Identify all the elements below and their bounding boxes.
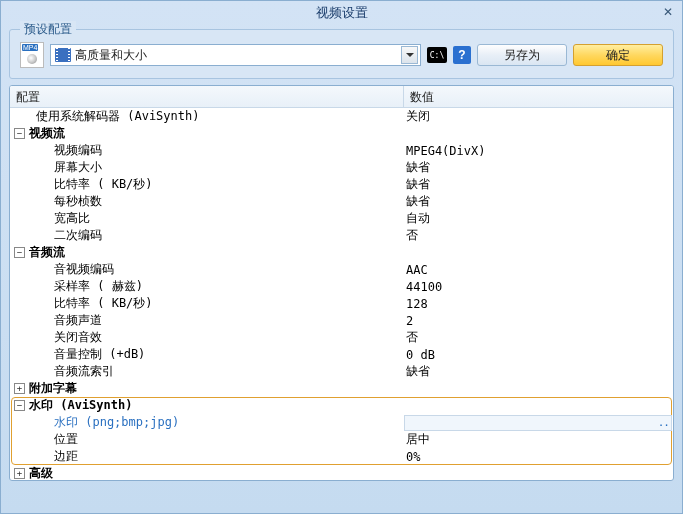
row-value[interactable]: MPEG4(DivX) [404, 144, 673, 158]
row-value[interactable]: 缺省 [404, 193, 673, 210]
row-label: 音视频编码 [10, 261, 404, 278]
row-label: −音频流 [10, 244, 404, 261]
row-value[interactable]: 2 [404, 314, 673, 328]
tree-item[interactable]: 水印 (png;bmp;jpg).. [10, 414, 673, 431]
column-header-value[interactable]: 数值 [404, 86, 673, 107]
row-label: 宽高比 [10, 210, 404, 227]
row-label: −视频流 [10, 125, 404, 142]
tree-item[interactable]: 宽高比自动 [10, 210, 673, 227]
close-icon[interactable]: ✕ [660, 5, 676, 19]
row-label: 边距 [10, 448, 404, 465]
preset-group: 预设配置 高质量和大小 C:\ ? 另存为 确定 [9, 29, 674, 79]
config-panel: 配置 数值 使用系统解码器 (AviSynth)关闭−视频流视频编码MPEG4(… [9, 85, 674, 481]
film-icon [55, 48, 71, 62]
tree-group[interactable]: −音频流 [10, 244, 673, 261]
browse-button[interactable]: .. [658, 416, 669, 429]
row-label: +高级 [10, 465, 404, 480]
row-value[interactable]: 自动 [404, 210, 673, 227]
preset-select[interactable]: 高质量和大小 [50, 44, 421, 66]
tree-item[interactable]: 音视频编码AAC [10, 261, 673, 278]
tree-group[interactable]: +附加字幕 [10, 380, 673, 397]
row-value[interactable]: 否 [404, 227, 673, 244]
row-label: 比特率 ( KB/秒) [10, 295, 404, 312]
row-label: 使用系统解码器 (AviSynth) [10, 108, 404, 125]
row-label: 音频流索引 [10, 363, 404, 380]
chevron-down-icon[interactable] [401, 46, 418, 64]
row-label: 屏幕大小 [10, 159, 404, 176]
row-value[interactable]: 128 [404, 297, 673, 311]
tree-item[interactable]: 使用系统解码器 (AviSynth)关闭 [10, 108, 673, 125]
preset-legend: 预设配置 [20, 21, 76, 38]
row-label: 比特率 ( KB/秒) [10, 176, 404, 193]
row-value[interactable]: 缺省 [404, 363, 673, 380]
tree-item[interactable]: 音频流索引缺省 [10, 363, 673, 380]
tree-item[interactable]: 屏幕大小缺省 [10, 159, 673, 176]
row-label: 二次编码 [10, 227, 404, 244]
row-label: 关闭音效 [10, 329, 404, 346]
collapse-icon[interactable]: − [14, 400, 25, 411]
expand-icon[interactable]: + [14, 383, 25, 394]
row-value[interactable]: 0 dB [404, 348, 673, 362]
mp4-icon [20, 42, 44, 68]
row-value[interactable]: 关闭 [404, 108, 673, 125]
tree-item[interactable]: 每秒桢数缺省 [10, 193, 673, 210]
tree-group[interactable]: −视频流 [10, 125, 673, 142]
row-label: −水印 (AviSynth) [10, 397, 404, 414]
row-label: 音频声道 [10, 312, 404, 329]
row-label: 采样率 ( 赫兹) [10, 278, 404, 295]
column-header-name[interactable]: 配置 [10, 86, 404, 107]
row-label: 每秒桢数 [10, 193, 404, 210]
expand-icon[interactable]: + [14, 468, 25, 479]
save-as-button[interactable]: 另存为 [477, 44, 567, 66]
tree-item[interactable]: 音量控制 (+dB)0 dB [10, 346, 673, 363]
help-icon[interactable]: ? [453, 46, 471, 64]
row-value[interactable]: 缺省 [404, 159, 673, 176]
window-title: 视频设置 [316, 4, 368, 22]
row-value[interactable]: 0% [404, 450, 673, 464]
ok-button[interactable]: 确定 [573, 44, 663, 66]
commandline-icon[interactable]: C:\ [427, 47, 447, 63]
config-header: 配置 数值 [10, 86, 673, 108]
collapse-icon[interactable]: − [14, 247, 25, 258]
tree-item[interactable]: 音频声道2 [10, 312, 673, 329]
tree-item[interactable]: 二次编码否 [10, 227, 673, 244]
row-label: 水印 (png;bmp;jpg) [10, 414, 404, 431]
tree-item[interactable]: 比特率 ( KB/秒)128 [10, 295, 673, 312]
tree-item[interactable]: 位置居中 [10, 431, 673, 448]
tree-item[interactable]: 视频编码MPEG4(DivX) [10, 142, 673, 159]
video-settings-window: 视频设置 ✕ 预设配置 高质量和大小 C:\ ? 另存为 确定 配置 数值 使用… [0, 0, 683, 514]
row-value[interactable]: 否 [404, 329, 673, 346]
tree-item[interactable]: 关闭音效否 [10, 329, 673, 346]
preset-select-text: 高质量和大小 [75, 47, 401, 64]
row-value[interactable]: AAC [404, 263, 673, 277]
row-value[interactable]: 缺省 [404, 176, 673, 193]
row-label: 视频编码 [10, 142, 404, 159]
row-value[interactable]: .. [404, 415, 672, 431]
row-label: +附加字幕 [10, 380, 404, 397]
collapse-icon[interactable]: − [14, 128, 25, 139]
tree-group[interactable]: +高级 [10, 465, 673, 480]
tree-item[interactable]: 采样率 ( 赫兹)44100 [10, 278, 673, 295]
titlebar: 视频设置 ✕ [1, 1, 682, 25]
row-value[interactable]: 居中 [404, 431, 673, 448]
tree-item[interactable]: 边距0% [10, 448, 673, 465]
row-label: 位置 [10, 431, 404, 448]
config-body[interactable]: 使用系统解码器 (AviSynth)关闭−视频流视频编码MPEG4(DivX)屏… [10, 108, 673, 480]
row-label: 音量控制 (+dB) [10, 346, 404, 363]
tree-group[interactable]: −水印 (AviSynth) [10, 397, 673, 414]
row-value[interactable]: 44100 [404, 280, 673, 294]
tree-item[interactable]: 比特率 ( KB/秒)缺省 [10, 176, 673, 193]
